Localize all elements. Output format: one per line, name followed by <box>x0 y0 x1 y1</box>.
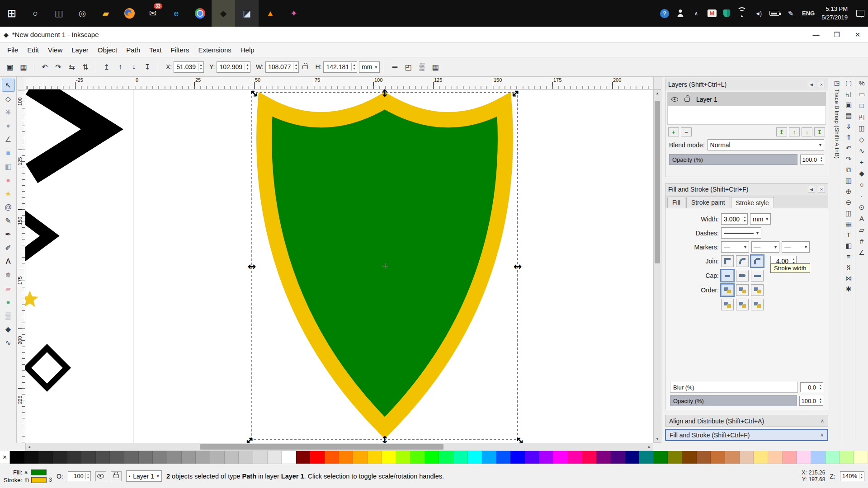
fill-stroke-dialog-icon[interactable]: ◧ <box>845 242 852 249</box>
blur-input[interactable]: 0.0 ▲▼ <box>800 382 823 392</box>
palette-swatch[interactable] <box>568 451 582 464</box>
paint-order-1-button[interactable] <box>721 284 734 296</box>
clock[interactable]: 5:13 PM 5/27/2019 <box>821 5 848 22</box>
rotate-cw-icon[interactable]: ↷ <box>52 61 65 73</box>
palette-swatch[interactable] <box>783 451 797 464</box>
join-miter-button[interactable] <box>721 255 734 267</box>
export-icon[interactable]: ⇑ <box>846 134 852 141</box>
menu-edit[interactable]: Edit <box>23 44 43 56</box>
object-opacity-slider[interactable]: Opacity (%) <box>670 395 797 406</box>
eraser-tool[interactable]: ▰ <box>2 282 15 295</box>
palette-swatch[interactable] <box>668 451 682 464</box>
palette-swatch[interactable] <box>711 451 725 464</box>
chrome-icon[interactable]: ● <box>188 0 212 27</box>
vertical-scroll-thumb[interactable] <box>655 101 660 263</box>
snap-bbox-midpoints-icon[interactable]: ◫ <box>859 125 865 131</box>
scroll-down-arrow[interactable]: ▼ <box>654 436 661 442</box>
spray-tool[interactable]: ✵ <box>2 268 15 282</box>
firefox-icon[interactable]: ● <box>118 0 141 27</box>
palette-swatch[interactable] <box>611 451 625 464</box>
layer-raise-button[interactable]: ↑ <box>789 127 800 136</box>
chevron-shape-large[interactable] <box>32 89 102 174</box>
palette-swatch[interactable] <box>96 451 110 464</box>
palette-swatch[interactable] <box>697 451 711 464</box>
palette-swatch[interactable] <box>53 451 67 464</box>
language-indicator[interactable]: ENG <box>802 8 815 19</box>
rectangle-tool[interactable]: ■ <box>2 146 15 160</box>
scroll-up-arrow[interactable]: ▲ <box>654 90 661 97</box>
palette-swatch[interactable] <box>38 451 53 464</box>
close-panel-button[interactable]: × <box>818 81 825 88</box>
scale-handle-bottom-right[interactable]: ↔ <box>513 433 527 443</box>
transform-gradients-toggle[interactable]: ▒ <box>415 61 428 73</box>
snap-smooth-nodes-icon[interactable]: ○ <box>859 181 863 188</box>
object-opacity-input[interactable]: 100.0 ▲▼ <box>799 396 824 406</box>
horizontal-scrollbar[interactable]: ◄ ► <box>25 443 653 451</box>
tab-stroke-paint[interactable]: Stroke paint <box>686 197 730 208</box>
remove-layer-button[interactable]: − <box>681 127 692 136</box>
palette-swatch[interactable] <box>382 451 396 464</box>
x-input[interactable]: 51.039 ▲▼ <box>174 61 204 73</box>
layer-opacity-slider[interactable]: Opacity (%) <box>669 154 797 165</box>
scale-handle-bottom-left[interactable]: ↔ <box>242 433 256 443</box>
palette-swatch[interactable] <box>139 451 153 464</box>
text-dialog-icon[interactable]: T <box>846 231 850 238</box>
palette-swatch[interactable] <box>682 451 697 464</box>
add-layer-button[interactable]: + <box>668 127 679 136</box>
file-explorer-icon[interactable]: ▰ <box>94 0 118 27</box>
palette-swatch[interactable] <box>639 451 654 464</box>
scroll-left-arrow[interactable]: ◄ <box>26 443 33 450</box>
node-tool[interactable]: ◇ <box>2 92 15 105</box>
defender-tray-icon[interactable] <box>723 9 730 17</box>
palette-swatch[interactable] <box>353 451 368 464</box>
dashes-dropdown[interactable]: ▾ <box>721 227 761 239</box>
layer-lock-icon[interactable] <box>684 98 690 102</box>
horizontal-ruler[interactable]: -250255075100125150175200 <box>25 77 653 89</box>
transform-corners-toggle[interactable]: ◰ <box>402 61 415 73</box>
snap-grid-icon[interactable]: # <box>860 238 863 244</box>
network-icon[interactable] <box>737 9 747 17</box>
palette-swatch[interactable] <box>196 451 210 464</box>
align-dialog-icon[interactable]: ≡ <box>847 253 851 260</box>
palette-swatch[interactable] <box>210 451 225 464</box>
snap-object-centers-icon[interactable]: ⊙ <box>859 204 865 211</box>
join-bevel-button[interactable] <box>751 255 764 267</box>
pencil-tool[interactable]: ✎ <box>2 214 15 227</box>
chevron-shape-small[interactable] <box>25 215 50 257</box>
opacity-input[interactable]: 100 ▲▼ <box>68 471 91 481</box>
gmail-tray-icon[interactable]: M <box>708 9 717 17</box>
menu-file[interactable]: File <box>3 44 23 56</box>
snap-midpoints-icon[interactable]: · <box>861 192 863 199</box>
stroke-width-input[interactable]: 3.000 ▲▼ <box>721 213 748 225</box>
palette-swatch[interactable] <box>239 451 253 464</box>
palette-swatch[interactable] <box>167 451 182 464</box>
layer-visibility-toggle[interactable] <box>95 471 106 481</box>
zoom-out-icon[interactable]: ⊖ <box>846 199 852 206</box>
snap-cusp-nodes-icon[interactable]: ◆ <box>859 170 864 177</box>
cap-butt-button[interactable] <box>721 270 734 282</box>
palette-swatch[interactable] <box>539 451 554 464</box>
palette-swatch[interactable] <box>110 451 124 464</box>
palette-swatch[interactable] <box>596 451 611 464</box>
text-tool[interactable]: A <box>2 255 15 268</box>
fill-stroke-collapsed-panel[interactable]: Fill and Stroke (Shift+Ctrl+F) ∧ <box>665 429 828 441</box>
snap-intersections-icon[interactable]: + <box>860 159 864 165</box>
star-shape[interactable] <box>25 291 38 307</box>
palette-swatch[interactable] <box>482 451 496 464</box>
save-icon[interactable]: ▣ <box>845 101 852 108</box>
transform-patterns-toggle[interactable]: ▦ <box>429 61 442 73</box>
fill-stroke-indicator[interactable]: Fill: a Stroke: m 3 <box>4 469 52 483</box>
connector-tool[interactable]: ∿ <box>2 336 15 349</box>
spiral-tool[interactable]: @ <box>2 201 15 214</box>
snap-bbox-icon[interactable]: ▭ <box>859 91 865 98</box>
snap-bbox-edges-icon[interactable]: □ <box>859 102 863 109</box>
redo-icon[interactable]: ↷ <box>846 155 852 162</box>
palette-swatch[interactable] <box>826 451 840 464</box>
layer-lock-toggle[interactable] <box>111 471 122 481</box>
menu-layer[interactable]: Layer <box>67 44 93 56</box>
dropper-tool[interactable]: ◆ <box>2 323 15 336</box>
palette-swatch[interactable] <box>496 451 511 464</box>
photos-icon[interactable]: ◪ <box>235 0 259 27</box>
lower-icon[interactable]: ↓ <box>127 61 140 73</box>
search-button[interactable]: ○ <box>24 0 47 27</box>
